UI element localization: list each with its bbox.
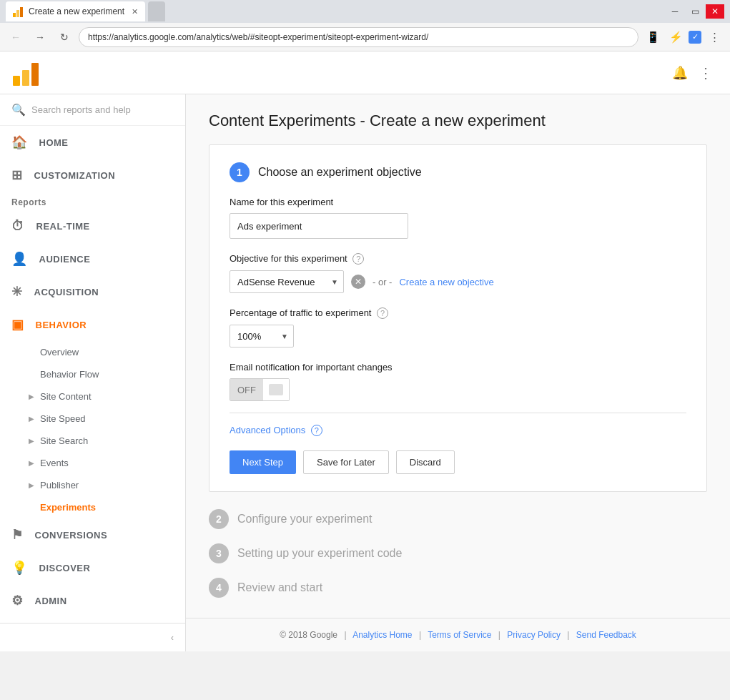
publisher-label: Publisher bbox=[40, 480, 79, 491]
arrow-icon: ▶ bbox=[29, 393, 34, 400]
sidebar-conversions-label: CONVERSIONS bbox=[35, 530, 108, 541]
sidebar-sub-behavior-flow[interactable]: Behavior Flow bbox=[0, 363, 185, 385]
sidebar-item-realtime[interactable]: ⏱ REAL-TIME bbox=[0, 210, 185, 242]
discard-btn[interactable]: Discard bbox=[396, 450, 455, 474]
admin-icon: ⚙ bbox=[11, 593, 24, 608]
objective-help-icon[interactable]: ? bbox=[352, 253, 364, 265]
toggle-off-label: OFF bbox=[230, 379, 263, 400]
sidebar-collapse-btn[interactable]: ‹ bbox=[0, 623, 185, 651]
sidebar-item-discover[interactable]: 💡 DISCOVER bbox=[0, 551, 185, 584]
arrow-icon-search: ▶ bbox=[29, 437, 34, 445]
sidebar-sub-site-search[interactable]: ▶ Site Search bbox=[0, 430, 185, 452]
behavior-flow-label: Behavior Flow bbox=[40, 369, 99, 380]
mobile-icon-btn[interactable]: 📱 bbox=[643, 27, 663, 47]
step4-section: 4 Review and start bbox=[209, 566, 707, 601]
sidebar-home-label: HOME bbox=[39, 137, 69, 148]
sidebar-item-customization[interactable]: ⊞ CUSTOMIZATION bbox=[0, 159, 185, 192]
sidebar-item-audience[interactable]: 👤 AUDIENCE bbox=[0, 242, 185, 275]
more-btn[interactable]: ⋮ bbox=[704, 27, 724, 47]
site-search-label: Site Search bbox=[40, 435, 88, 446]
feedback-link[interactable]: Send Feedback bbox=[576, 630, 636, 640]
traffic-label: Percentage of traffic to experiment ? bbox=[230, 307, 686, 319]
divider bbox=[230, 413, 686, 413]
sidebar-behavior-label: BEHAVIOR bbox=[36, 320, 87, 330]
tab-close-btn[interactable]: ✕ bbox=[132, 7, 138, 16]
forward-btn[interactable]: → bbox=[30, 27, 50, 47]
step3-section: 3 Setting up your experiment code bbox=[209, 532, 707, 566]
back-btn[interactable]: ← bbox=[6, 27, 26, 47]
app-logo bbox=[11, 59, 40, 87]
sidebar-sub-site-content[interactable]: ▶ Site Content bbox=[0, 385, 185, 408]
sidebar-search[interactable]: 🔍 Search reports and help bbox=[0, 94, 185, 126]
maximize-btn[interactable]: ▭ bbox=[686, 4, 704, 19]
notifications-btn[interactable]: 🔔 bbox=[667, 60, 693, 86]
sidebar-audience-label: AUDIENCE bbox=[39, 254, 91, 265]
content-main: Content Experiments - Create a new exper… bbox=[186, 94, 730, 618]
save-later-btn[interactable]: Save for Later bbox=[303, 450, 389, 474]
footer-copyright: © 2018 Google bbox=[280, 630, 337, 640]
svg-rect-4 bbox=[22, 70, 29, 86]
objective-row: AdSense Revenue Sessions Bounce Rate Rev… bbox=[230, 270, 686, 293]
header-more-btn[interactable]: ⋮ bbox=[693, 60, 719, 86]
site-content-label: Site Content bbox=[40, 391, 92, 402]
browser-titlebar: Create a new experiment ✕ ─ ▭ ✕ bbox=[0, 0, 730, 23]
content-area: Content Experiments - Create a new exper… bbox=[186, 94, 730, 651]
browser-tab-active[interactable]: Create a new experiment ✕ bbox=[6, 1, 145, 21]
sidebar-item-home[interactable]: 🏠 HOME bbox=[0, 126, 185, 159]
close-btn[interactable]: ✕ bbox=[706, 4, 724, 19]
app-header: 🔔 ⋮ bbox=[0, 51, 730, 94]
acquisition-icon: ✳ bbox=[11, 284, 23, 300]
svg-rect-1 bbox=[16, 10, 19, 17]
reports-section-label: Reports bbox=[0, 192, 185, 210]
advanced-help-icon[interactable]: ? bbox=[311, 425, 322, 436]
terms-link[interactable]: Terms of Service bbox=[428, 630, 491, 640]
traffic-help-icon[interactable]: ? bbox=[377, 307, 388, 319]
sidebar-sub-events[interactable]: ▶ Events bbox=[0, 452, 185, 474]
browser-tab-inactive[interactable] bbox=[148, 1, 165, 21]
objective-field-group: Objective for this experiment ? AdSense … bbox=[230, 253, 686, 293]
app-container: 🔔 ⋮ 🔍 Search reports and help 🏠 HOME ⊞ C… bbox=[0, 51, 730, 651]
privacy-link[interactable]: Privacy Policy bbox=[507, 630, 561, 640]
traffic-select[interactable]: 100% 75% 50% 25% 10% 5% bbox=[230, 325, 294, 347]
sidebar-sub-experiments[interactable]: Experiments bbox=[0, 496, 185, 518]
sidebar-customization-label: CUSTOMIZATION bbox=[34, 170, 116, 181]
toggle-handle-bar bbox=[269, 384, 283, 395]
btn-row: Next Step Save for Later Discard bbox=[230, 450, 686, 474]
main-layout: 🔍 Search reports and help 🏠 HOME ⊞ CUSTO… bbox=[0, 94, 730, 651]
analytics-home-link[interactable]: Analytics Home bbox=[352, 630, 412, 640]
chrome-icon: ✓ bbox=[689, 31, 701, 44]
audience-icon: 👤 bbox=[11, 251, 28, 267]
advanced-options-link[interactable]: Advanced Options ? bbox=[230, 425, 322, 435]
sidebar-discover-label: DISCOVER bbox=[39, 563, 91, 573]
sidebar: 🔍 Search reports and help 🏠 HOME ⊞ CUSTO… bbox=[0, 94, 186, 651]
collapse-icon: ‹ bbox=[171, 632, 174, 643]
sidebar-sub-overview[interactable]: Overview bbox=[0, 341, 185, 363]
address-bar[interactable] bbox=[79, 27, 638, 47]
name-field-group: Name for this experiment bbox=[230, 197, 686, 239]
minimize-btn[interactable]: ─ bbox=[666, 4, 684, 19]
create-objective-link[interactable]: Create a new objective bbox=[399, 277, 493, 287]
percentage-wrapper: 100% 75% 50% 25% 10% 5% ▼ bbox=[230, 325, 686, 347]
next-step-btn[interactable]: Next Step bbox=[230, 450, 296, 474]
step3-title: Setting up your experiment code bbox=[237, 547, 402, 560]
step1-circle: 1 bbox=[230, 162, 250, 182]
sidebar-item-behavior[interactable]: ▣ BEHAVIOR bbox=[0, 308, 185, 341]
svg-rect-2 bbox=[20, 7, 23, 17]
step4-title: Review and start bbox=[237, 581, 322, 594]
sidebar-item-conversions[interactable]: ⚑ CONVERSIONS bbox=[0, 518, 185, 551]
content-footer: © 2018 Google | Analytics Home | Terms o… bbox=[186, 618, 730, 651]
experiment-name-input[interactable] bbox=[230, 213, 408, 239]
sidebar-sub-publisher[interactable]: ▶ Publisher bbox=[0, 474, 185, 496]
reload-btn[interactable]: ↻ bbox=[54, 27, 74, 47]
lightning-icon-btn[interactable]: ⚡ bbox=[666, 27, 686, 47]
search-placeholder: Search reports and help bbox=[31, 104, 131, 115]
sidebar-item-admin[interactable]: ⚙ ADMIN bbox=[0, 584, 185, 617]
step2-title: Configure your experiment bbox=[237, 513, 373, 526]
conversions-icon: ⚑ bbox=[11, 527, 24, 543]
objective-select[interactable]: AdSense Revenue Sessions Bounce Rate Rev… bbox=[230, 270, 344, 293]
sidebar-item-acquisition[interactable]: ✳ ACQUISITION bbox=[0, 275, 185, 308]
sidebar-sub-site-speed[interactable]: ▶ Site Speed bbox=[0, 408, 185, 430]
objective-clear-btn[interactable]: ✕ bbox=[351, 275, 365, 289]
email-toggle[interactable]: OFF bbox=[230, 378, 290, 401]
home-icon: 🏠 bbox=[11, 134, 28, 150]
